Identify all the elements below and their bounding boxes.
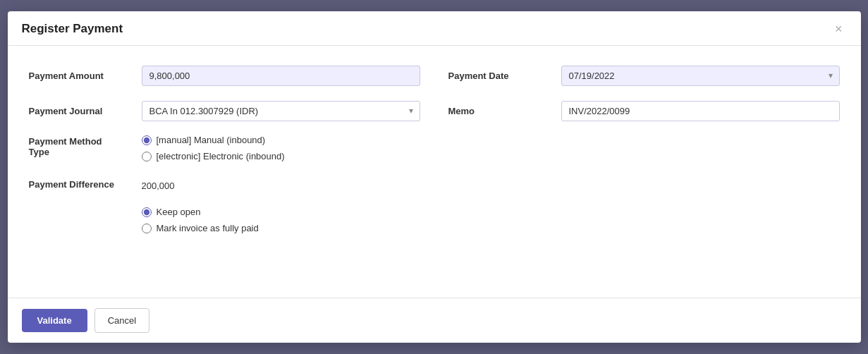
payment-date-input[interactable] bbox=[561, 66, 840, 86]
dialog-title: Register Payment bbox=[22, 22, 123, 36]
memo-row: Memo bbox=[448, 98, 840, 123]
payment-method-options: [manual] Manual (inbound) [electronic] E… bbox=[142, 133, 420, 161]
radio-electronic-input[interactable] bbox=[142, 152, 152, 161]
difference-radio-group: Keep open Mark invoice as fully paid bbox=[142, 207, 420, 233]
radio-mark-paid-item[interactable]: Mark invoice as fully paid bbox=[142, 223, 420, 233]
payment-date-label: Payment Date bbox=[448, 71, 561, 81]
memo-field[interactable] bbox=[561, 101, 840, 121]
payment-journal-label: Payment Journal bbox=[29, 106, 142, 116]
close-button[interactable]: × bbox=[831, 21, 847, 37]
payment-date-row: Payment Date ▾ bbox=[448, 63, 840, 88]
radio-mark-paid-input[interactable] bbox=[142, 224, 152, 233]
payment-method-radio-group: [manual] Manual (inbound) [electronic] E… bbox=[142, 133, 420, 161]
radio-electronic-item[interactable]: [electronic] Electronic (inbound) bbox=[142, 151, 420, 161]
radio-electronic-label: [electronic] Electronic (inbound) bbox=[157, 151, 285, 161]
radio-keep-open-label: Keep open bbox=[157, 207, 201, 217]
radio-keep-open-item[interactable]: Keep open bbox=[142, 207, 420, 217]
payment-amount-label: Payment Amount bbox=[29, 71, 142, 81]
radio-manual-item[interactable]: [manual] Manual (inbound) bbox=[142, 135, 420, 145]
form-row-main: Payment Amount Payment Journal BCA In 01… bbox=[29, 63, 840, 233]
validate-button[interactable]: Validate bbox=[22, 309, 87, 332]
radio-mark-paid-label: Mark invoice as fully paid bbox=[157, 223, 259, 233]
cancel-button[interactable]: Cancel bbox=[94, 308, 149, 333]
payment-difference-section: Payment Difference 200,000 Keep open Mar… bbox=[29, 171, 420, 233]
payment-amount-input[interactable] bbox=[142, 66, 420, 86]
payment-difference-row: Payment Difference 200,000 bbox=[29, 171, 420, 197]
radio-keep-open-input[interactable] bbox=[142, 207, 152, 217]
form-right: Payment Date ▾ Memo bbox=[448, 63, 840, 233]
form-left: Payment Amount Payment Journal BCA In 01… bbox=[29, 63, 420, 233]
payment-journal-row: Payment Journal BCA In 012.3007929 (IDR)… bbox=[29, 98, 420, 123]
payment-amount-row: Payment Amount bbox=[29, 63, 420, 88]
payment-journal-select-wrapper[interactable]: BCA In 012.3007929 (IDR) ▾ bbox=[142, 101, 420, 121]
register-payment-dialog: Register Payment × Payment Amount bbox=[8, 11, 861, 343]
memo-input[interactable] bbox=[561, 101, 840, 121]
payment-method-row: Payment Method Type [manual] Manual (inb… bbox=[29, 133, 420, 161]
dialog-overlay: Register Payment × Payment Amount bbox=[0, 0, 868, 354]
payment-method-label: Payment Method Type bbox=[29, 133, 142, 157]
payment-amount-field[interactable] bbox=[142, 66, 420, 86]
memo-label: Memo bbox=[448, 106, 561, 116]
radio-manual-input[interactable] bbox=[142, 135, 152, 145]
dialog-body: Payment Amount Payment Journal BCA In 01… bbox=[8, 46, 861, 286]
dialog-header: Register Payment × bbox=[8, 11, 861, 46]
payment-date-wrapper[interactable]: ▾ bbox=[561, 66, 840, 86]
radio-manual-label: [manual] Manual (inbound) bbox=[157, 135, 266, 145]
dialog-footer: Validate Cancel bbox=[8, 298, 861, 343]
payment-difference-label: Payment Difference bbox=[29, 179, 142, 190]
payment-difference-value: 200,000 bbox=[142, 178, 420, 191]
payment-journal-select[interactable]: BCA In 012.3007929 (IDR) bbox=[142, 101, 420, 121]
